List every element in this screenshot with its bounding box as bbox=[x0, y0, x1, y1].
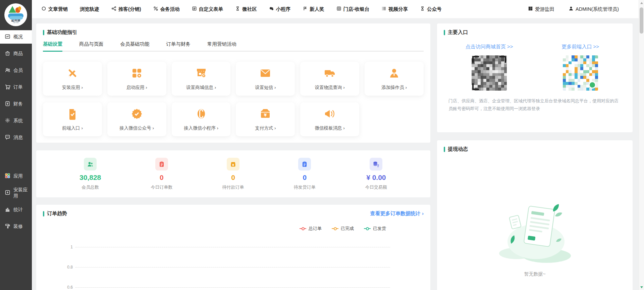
brand-logo[interactable]: 盐田游 YanTian bbox=[4, 3, 27, 26]
stat-value: 30,828 bbox=[79, 174, 101, 182]
fn-card-launch-app[interactable]: 启动应用 › bbox=[107, 62, 166, 96]
apps-color-icon bbox=[5, 173, 10, 180]
fn-card-label: 前端入口 › bbox=[62, 125, 83, 131]
tab-basic-settings[interactable]: 基础设置 bbox=[43, 41, 62, 52]
stat-label: 今日订单数 bbox=[151, 184, 172, 190]
scroll-down-arrow-icon[interactable] bbox=[640, 286, 643, 288]
sidebar-item-decoration[interactable]: 装修 bbox=[0, 220, 32, 233]
fn-card-add-operator[interactable]: 添加操作员 › bbox=[365, 62, 424, 96]
topnav-item-video-share[interactable]: 视频分享 bbox=[381, 6, 408, 12]
fn-card-frontend-entry[interactable]: 前端入口 › bbox=[43, 102, 102, 136]
stat-value: 0 bbox=[160, 174, 164, 182]
fn-card-install-app[interactable]: 安装应用 › bbox=[43, 62, 102, 96]
topnav-item-newcomer-award[interactable]: 新人奖 bbox=[303, 6, 324, 12]
order-trend-title: 订单趋势 bbox=[47, 210, 67, 217]
sidebar-item-orders[interactable]: 订单 bbox=[0, 81, 32, 94]
visit-mall-home-link[interactable]: 点击访问商城首页 >> bbox=[466, 44, 513, 50]
topnav-item-conference-activity[interactable]: 会务活动 bbox=[153, 6, 180, 12]
more-order-stats-link[interactable]: 查看更多订单数据统计 › bbox=[370, 210, 424, 217]
topnav-item-mini-program[interactable]: 小程序 bbox=[269, 6, 291, 12]
y-axis-tick: 1 bbox=[62, 245, 73, 249]
admin-menu[interactable]: ADMIN(系统管理员) bbox=[569, 6, 619, 12]
topnav-item-micro-community[interactable]: 微社区 bbox=[235, 6, 257, 12]
badge-check-icon bbox=[131, 108, 143, 121]
empty-state-illustration bbox=[496, 191, 574, 267]
sidebar-item-apps[interactable]: 应用 bbox=[0, 170, 32, 183]
legend-shipped[interactable]: 已发货 bbox=[364, 226, 386, 232]
main-entry-card: 主要入口 点击访问商城首页 >> 更多前端入口 >> 门店、供应商、酒店、企业管… bbox=[437, 23, 633, 132]
chart-legend: 总订单 已完成 已发货 bbox=[43, 226, 424, 232]
admin-label: ADMIN(系统管理员) bbox=[576, 6, 619, 12]
sidebar-item-overview[interactable]: 概况 bbox=[0, 30, 32, 44]
topnav-label: 新人奖 bbox=[310, 6, 324, 12]
chart-plot-area: 1 0.8 0.6 bbox=[75, 247, 390, 290]
sidebar-item-message[interactable]: 消息 bbox=[0, 131, 32, 144]
topnav-label: 小程序 bbox=[276, 6, 291, 12]
green-bar bbox=[43, 211, 44, 216]
stat-pending-shipment: 0 待发货订单 bbox=[294, 158, 316, 190]
topnav: 文章营销 浏览轨迹 推客(分销) 会务活动 自定义表单 微社区 小程序 新人奖 bbox=[32, 6, 442, 12]
fn-card-wechat-miniapp[interactable]: 接入微信小程序 › bbox=[172, 102, 231, 136]
guide-grid: 安装应用 › 启动应用 › 设置商城信息 › 设置短信 › 设置物流查询 › 添… bbox=[43, 62, 424, 136]
stat-total-members: 30,828 会员总数 bbox=[79, 158, 101, 190]
scroll-up-arrow-icon[interactable] bbox=[640, 2, 643, 4]
topnav-label: 自定义表单 bbox=[199, 6, 223, 12]
topnav-label: 文章营销 bbox=[48, 6, 68, 12]
stat-today-orders: 0 今日订单数 bbox=[151, 158, 172, 190]
topnav-item-store-pos[interactable]: 门店-收银台 bbox=[336, 6, 369, 12]
topnav-item-official-account[interactable]: 公众号 bbox=[420, 6, 442, 12]
topnav-item-tuike-distribution[interactable]: 推客(分销) bbox=[111, 6, 141, 12]
topnav-item-article-marketing[interactable]: 文章营销 bbox=[41, 6, 68, 12]
scrollbar-thumb[interactable] bbox=[640, 7, 643, 34]
fn-card-wechat-oa[interactable]: 接入微信公众号 › bbox=[107, 102, 166, 136]
order-list-stat-icon bbox=[155, 158, 168, 171]
bubbles-icon bbox=[269, 6, 274, 12]
sidebar-item-label: 统计 bbox=[13, 207, 23, 213]
logo-subtext: YanTian bbox=[13, 22, 19, 23]
coins-stat-icon bbox=[370, 158, 382, 171]
sidebar-item-finance[interactable]: 财务 bbox=[0, 97, 32, 111]
sidebar-item-install-apps[interactable]: 安装应用 bbox=[0, 186, 32, 200]
more-frontend-entry-link[interactable]: 更多前端入口 >> bbox=[561, 44, 599, 50]
fn-card-mall-info[interactable]: 设置商城信息 › bbox=[172, 62, 231, 96]
tab-member-functions[interactable]: 会员基础功能 bbox=[120, 41, 150, 51]
share-icon bbox=[111, 6, 116, 12]
stat-pending-payment: ¥ 0 待付款订单 bbox=[222, 158, 244, 190]
fn-card-label: 接入微信公众号 › bbox=[119, 125, 154, 131]
tab-goods-pages[interactable]: 商品与页面 bbox=[79, 41, 104, 51]
ship-stat-icon bbox=[298, 158, 311, 171]
mall-badge-label: 爱游盐田 bbox=[535, 6, 554, 12]
sidebar-item-label: 装修 bbox=[13, 224, 23, 230]
fn-card-template-message[interactable]: 微信模板消息 › bbox=[300, 102, 359, 136]
fn-card-sms[interactable]: 设置短信 › bbox=[236, 62, 295, 96]
tab-marketing-activities[interactable]: 常用营销活动 bbox=[207, 41, 236, 51]
pos-terminal-icon bbox=[336, 6, 341, 12]
person-icon bbox=[388, 67, 400, 81]
fn-card-label: 启动应用 › bbox=[126, 85, 147, 91]
sidebar-item-system[interactable]: 系统 bbox=[0, 114, 32, 128]
sidebar-item-members[interactable]: 会员 bbox=[0, 64, 32, 77]
legend-completed[interactable]: 已完成 bbox=[332, 226, 354, 232]
mall-badge[interactable]: 爱游盐田 bbox=[528, 6, 554, 12]
sidebar-item-goods[interactable]: 商品 bbox=[0, 47, 32, 60]
legend-total-orders[interactable]: 总订单 bbox=[300, 226, 322, 232]
sidebar-item-statistics[interactable]: 统计 bbox=[0, 203, 32, 216]
tab-orders-finance[interactable]: 订单与财务 bbox=[166, 41, 191, 51]
topnav-item-browse-history[interactable]: 浏览轨迹 bbox=[80, 6, 99, 12]
envelope-icon bbox=[259, 67, 271, 81]
page-scrollbar[interactable] bbox=[639, 0, 644, 290]
guide-tabs: 基础设置 商品与页面 会员基础功能 订单与财务 常用营销活动 bbox=[43, 41, 424, 52]
fn-card-logistics[interactable]: 设置物流查询 › bbox=[300, 62, 359, 96]
sidebar-item-label: 消息 bbox=[13, 135, 23, 141]
guide-card: 基础功能指引 基础设置 商品与页面 会员基础功能 订单与财务 常用营销活动 安装… bbox=[36, 23, 430, 143]
green-bar bbox=[444, 30, 445, 35]
guide-title: 基础功能指引 bbox=[47, 29, 77, 36]
logo-art bbox=[8, 6, 23, 17]
green-dot-badge bbox=[589, 81, 596, 89]
form-icon bbox=[192, 6, 197, 12]
fn-card-label: 添加操作员 › bbox=[381, 85, 407, 91]
fn-card-payment[interactable]: ¥ 支付方式 › bbox=[236, 102, 295, 136]
y-axis-tick: 0.8 bbox=[62, 265, 73, 270]
topnav-item-custom-form[interactable]: 自定义表单 bbox=[192, 6, 223, 12]
overview-icon bbox=[5, 34, 10, 40]
